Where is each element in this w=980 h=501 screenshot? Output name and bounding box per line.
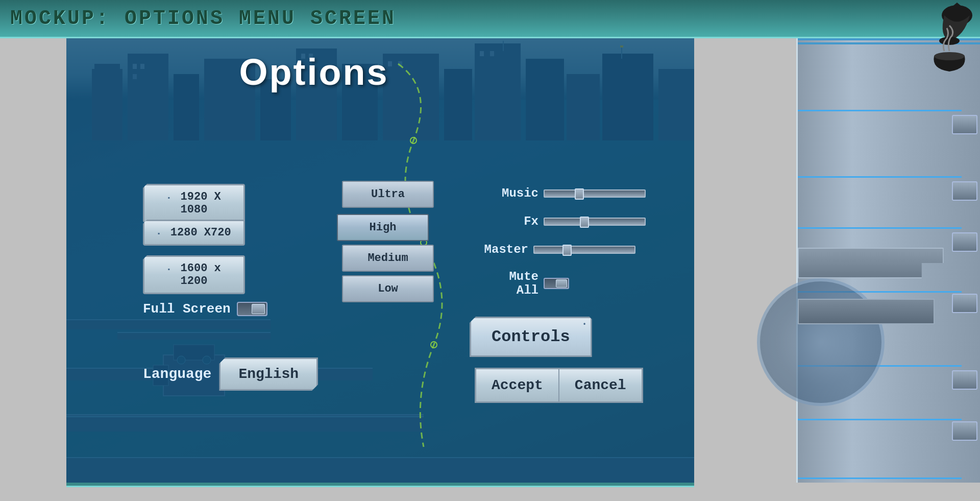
scroll-button-5[interactable] bbox=[952, 370, 977, 390]
bottom-accent bbox=[66, 486, 694, 487]
bracket-shape-1 bbox=[798, 248, 944, 278]
quality-ultra-button[interactable]: Ultra bbox=[342, 181, 434, 208]
panel-accent-line bbox=[798, 110, 962, 111]
scroll-button-4[interactable] bbox=[952, 294, 977, 313]
panel-accent-line bbox=[798, 176, 962, 178]
language-button[interactable]: English bbox=[219, 357, 318, 391]
panel-accent-line bbox=[798, 227, 962, 229]
fullscreen-toggle[interactable] bbox=[237, 302, 267, 316]
cancel-button[interactable]: Cancel bbox=[559, 368, 643, 403]
resolution-1280-button[interactable]: 1280 X720 bbox=[143, 220, 245, 246]
master-audio-row: Master bbox=[482, 243, 635, 256]
resolution-1920-button[interactable]: 1920 X 1080 bbox=[143, 184, 245, 223]
mute-all-row: Mute All bbox=[482, 270, 569, 297]
decorative-circle bbox=[757, 278, 885, 406]
master-slider-track[interactable] bbox=[533, 246, 635, 254]
mute-all-knob bbox=[556, 279, 567, 288]
quality-medium-button[interactable]: Medium bbox=[342, 245, 434, 272]
quality-low-wrap: Low bbox=[342, 276, 362, 301]
options-title: Options bbox=[0, 51, 628, 96]
panel-accent-line bbox=[798, 419, 962, 420]
quality-high-button[interactable]: High bbox=[337, 214, 429, 241]
music-label: Music bbox=[493, 186, 538, 200]
fullscreen-knob bbox=[252, 304, 265, 314]
music-audio-row: Music bbox=[493, 186, 646, 200]
svg-point-3 bbox=[934, 52, 965, 60]
master-slider-thumb[interactable] bbox=[562, 245, 572, 256]
quality-high-wrap: High bbox=[337, 214, 357, 240]
fx-label: Fx bbox=[493, 214, 538, 228]
action-buttons: Accept Cancel bbox=[475, 368, 643, 403]
mute-all-label: Mute All bbox=[482, 270, 538, 297]
quality-low-button[interactable]: Low bbox=[342, 275, 434, 302]
fx-slider-track[interactable] bbox=[544, 218, 646, 226]
music-slider-track[interactable] bbox=[544, 189, 646, 198]
scroll-button-6[interactable] bbox=[952, 421, 977, 441]
fullscreen-label: Full Screen bbox=[143, 301, 231, 317]
accept-button[interactable]: Accept bbox=[475, 368, 559, 403]
controls-button[interactable]: Controls bbox=[470, 317, 592, 357]
top-bar: Mockup: Options Menu Screen bbox=[0, 0, 980, 38]
mute-all-toggle[interactable] bbox=[544, 278, 569, 289]
right-side-panel bbox=[796, 38, 980, 483]
quality-medium-wrap: Medium bbox=[342, 245, 362, 271]
char-icon bbox=[919, 0, 980, 71]
quality-ultra-wrap: Ultra bbox=[342, 181, 362, 207]
resolution-1600-button[interactable]: 1600 x 1200 bbox=[143, 255, 245, 294]
master-label: Master bbox=[482, 243, 528, 256]
language-section: Language English bbox=[143, 357, 318, 391]
bracket-shape-2 bbox=[798, 299, 935, 324]
fullscreen-toggle-group: Full Screen bbox=[143, 301, 267, 317]
fx-slider-thumb[interactable] bbox=[580, 217, 589, 228]
top-bar-title: Mockup: Options Menu Screen bbox=[10, 7, 396, 30]
scroll-button-1[interactable] bbox=[952, 115, 977, 134]
panel-accent-line bbox=[798, 478, 962, 479]
scroll-button-2[interactable] bbox=[952, 181, 977, 201]
fx-audio-row: Fx bbox=[493, 214, 646, 228]
scroll-button-3[interactable] bbox=[952, 232, 977, 252]
language-label: Language bbox=[143, 366, 211, 382]
music-slider-thumb[interactable] bbox=[575, 188, 584, 200]
